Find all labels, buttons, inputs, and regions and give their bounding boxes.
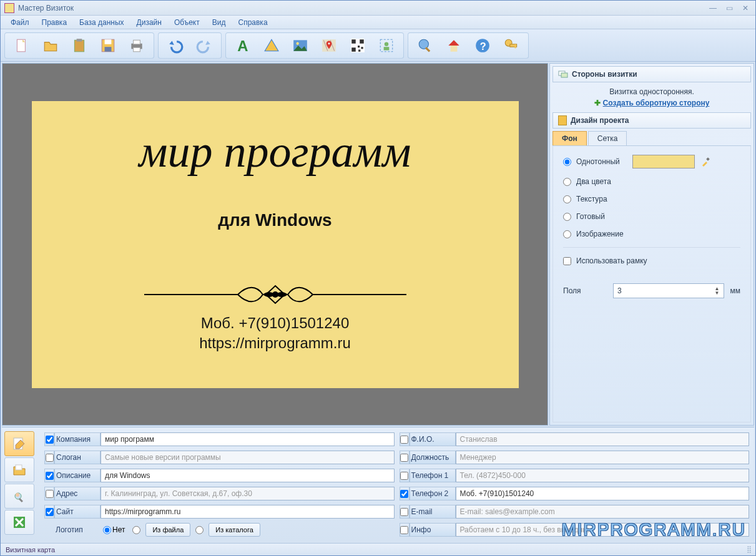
minimize-button[interactable]: — [707, 3, 719, 13]
business-card[interactable]: мир программ для Windows Моб. +7(910)150… [32, 101, 519, 388]
address-checkbox[interactable] [46, 490, 54, 498]
save-button[interactable] [96, 34, 120, 57]
svg-text:A: A [237, 37, 248, 54]
card-site[interactable]: https://mirprogramm.ru [32, 334, 519, 352]
fio-input[interactable]: Станислав [456, 432, 750, 446]
card-ornament[interactable] [144, 282, 406, 307]
logo-catalog-button[interactable]: Из каталога [209, 523, 260, 537]
paste-button[interactable] [67, 34, 91, 57]
btab-search[interactable] [4, 484, 34, 509]
tab-grid[interactable]: Сетка [588, 131, 627, 145]
menu-edit[interactable]: Правка [37, 17, 72, 28]
address-label: Адрес [54, 487, 101, 500]
tel2-checkbox[interactable] [400, 490, 408, 498]
card-company[interactable]: мир программ [32, 126, 519, 178]
svg-text:?: ? [480, 40, 486, 51]
eyedropper-icon[interactable] [701, 157, 711, 167]
fio-checkbox[interactable] [400, 436, 408, 444]
shape-button[interactable] [260, 34, 283, 57]
bg-ready-label: Готовый [576, 212, 605, 221]
logo-file-button[interactable]: Из файла [145, 523, 190, 537]
card-description[interactable]: для Windows [32, 210, 519, 230]
tel2-input[interactable]: Моб. +7(910)1501240 [456, 487, 750, 500]
address-input[interactable]: г. Калининград, ул. Советская, д.67, оф.… [101, 487, 395, 500]
resize-grip-icon[interactable]: ⣿ [747, 545, 750, 554]
menu-file[interactable]: Файл [6, 17, 34, 28]
help-button[interactable]: ? [471, 34, 494, 57]
card-phone[interactable]: Моб. +7(910)1501240 [32, 315, 519, 332]
menu-object[interactable]: Объект [169, 17, 205, 28]
site-checkbox[interactable] [46, 508, 54, 516]
menu-db[interactable]: База данных [74, 17, 129, 28]
btab-edit[interactable] [4, 431, 34, 456]
home-button[interactable] [442, 34, 466, 57]
map-button[interactable] [317, 34, 341, 57]
preview-button[interactable] [413, 34, 437, 57]
svg-rect-40 [16, 465, 22, 470]
bg-color-swatch[interactable] [632, 155, 695, 168]
svg-rect-5 [105, 47, 112, 52]
margins-input[interactable]: 3 ▲▼ [613, 283, 724, 298]
toolbar-group-file [4, 32, 154, 59]
info-input[interactable]: Работаем с 10 до 18 ч., без выходных [456, 523, 750, 537]
license-button[interactable] [499, 34, 523, 57]
qrcode-button[interactable] [346, 34, 370, 57]
slogan-input[interactable]: Самые новые версии программы [101, 451, 395, 464]
site-input[interactable]: https://mirprogramm.ru [101, 505, 395, 519]
spinner-icon[interactable]: ▲▼ [715, 286, 720, 295]
redo-button[interactable] [192, 34, 216, 57]
bg-two-radio[interactable] [563, 178, 571, 186]
status-text: Визитная карта [6, 546, 55, 554]
tel1-input[interactable]: Тел. (4872)450-000 [456, 469, 750, 482]
bg-solid-radio[interactable] [563, 158, 571, 166]
pos-checkbox[interactable] [400, 454, 408, 462]
panel-design-header: Дизайн проекта [552, 112, 751, 129]
canvas[interactable]: мир программ для Windows Моб. +7(910)150… [2, 63, 548, 426]
menu-design[interactable]: Дизайн [132, 17, 167, 28]
statusbar: Визитная карта ⣿ [1, 543, 755, 555]
svg-rect-4 [105, 39, 112, 44]
new-button[interactable] [10, 34, 34, 57]
company-input[interactable]: мир программ [101, 432, 395, 446]
clipart-button[interactable] [375, 34, 398, 57]
bg-image-radio[interactable] [563, 230, 571, 238]
bg-texture-radio[interactable] [563, 195, 571, 203]
info-checkbox[interactable] [400, 526, 408, 534]
tel2-label: Телефон 2 [410, 487, 456, 500]
logo-none-option[interactable]: Нет [101, 525, 127, 534]
image-button[interactable] [288, 34, 312, 57]
desc-checkbox[interactable] [46, 472, 54, 480]
text-button[interactable]: A [231, 34, 255, 57]
toolbar-group-history [158, 32, 222, 59]
desc-input[interactable]: для Windows [101, 469, 395, 482]
email-checkbox[interactable] [400, 508, 408, 516]
tel1-checkbox[interactable] [400, 472, 408, 480]
svg-rect-17 [360, 39, 364, 44]
bg-ready-radio[interactable] [563, 213, 571, 221]
logo-label: Логотип [54, 525, 101, 534]
use-frame-checkbox[interactable] [563, 257, 571, 265]
margins-label: Поля [563, 286, 607, 295]
menu-view[interactable]: Вид [207, 17, 231, 28]
btab-export[interactable] [4, 510, 34, 535]
pos-input[interactable]: Менеджер [456, 451, 750, 464]
svg-rect-43 [19, 498, 23, 502]
logo-file-option[interactable] [130, 526, 143, 534]
print-button[interactable] [125, 34, 149, 57]
company-checkbox[interactable] [46, 436, 54, 444]
svg-rect-37 [561, 73, 567, 77]
tab-background[interactable]: Фон [552, 131, 587, 145]
open-button[interactable] [39, 34, 62, 57]
svg-rect-16 [351, 39, 356, 44]
close-button[interactable]: ✕ [739, 3, 752, 13]
bottom-form: Компаниямир программ СлоганСамые новые в… [2, 427, 754, 542]
email-input[interactable]: E-mail: sales@example.com [456, 505, 750, 519]
slogan-checkbox[interactable] [46, 454, 54, 462]
create-back-link[interactable]: ✚Создать оборотную сторону [552, 99, 751, 107]
undo-button[interactable] [164, 34, 187, 57]
svg-marker-10 [265, 39, 278, 51]
btab-templates[interactable] [4, 457, 34, 482]
maximize-button[interactable]: ▭ [723, 3, 735, 13]
logo-catalog-option[interactable] [193, 526, 206, 534]
menu-help[interactable]: Справка [233, 17, 272, 28]
